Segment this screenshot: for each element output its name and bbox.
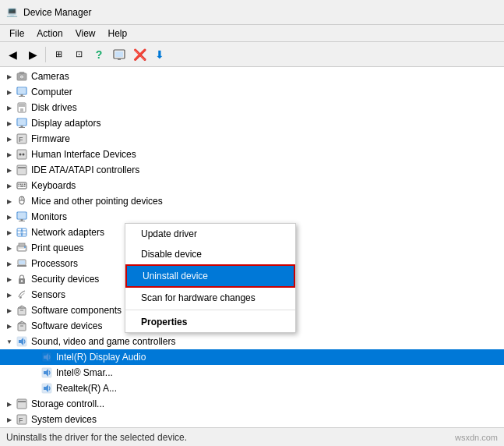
- svg-rect-45: [19, 249, 25, 250]
- expand-arrow-mice[interactable]: [3, 195, 16, 207]
- expand-arrow-hid[interactable]: [3, 148, 16, 161]
- tree-item-monitors[interactable]: Monitors: [0, 209, 504, 225]
- svg-rect-38: [21, 219, 23, 221]
- expand-arrow-intel-display[interactable]: [28, 351, 41, 363]
- expand-arrow-storage[interactable]: [3, 398, 16, 410]
- tree-item-hid[interactable]: Human Interface Devices: [0, 147, 504, 162]
- toolbar-props[interactable]: ⊞: [49, 45, 68, 64]
- item-icon-ide: [16, 164, 28, 176]
- expand-arrow-softwaredevices[interactable]: [3, 320, 16, 332]
- item-label-ide: IDE ATA/ATAPI controllers: [31, 165, 139, 175]
- tree-item-storage[interactable]: Storage controll...: [0, 396, 504, 412]
- svg-rect-6: [19, 73, 24, 74]
- context-menu-item-scan-changes[interactable]: Scan for hardware changes: [125, 288, 295, 308]
- menu-file[interactable]: File: [3, 27, 30, 41]
- svg-point-21: [19, 154, 22, 156]
- main-content: CamerasComputerDisk drivesDisplay adapto…: [0, 67, 504, 427]
- svg-rect-24: [18, 167, 26, 168]
- svg-text:F: F: [19, 136, 23, 143]
- item-icon-firmware: F: [16, 133, 28, 145]
- expand-arrow-systemdevices[interactable]: [3, 413, 16, 426]
- toolbar-back[interactable]: ◀: [3, 45, 22, 64]
- tree-item-ide[interactable]: IDE ATA/ATAPI controllers: [0, 162, 504, 178]
- toolbar-uninstall[interactable]: ❌: [130, 45, 149, 64]
- item-icon-print: [16, 242, 28, 254]
- menu-view[interactable]: View: [69, 27, 102, 41]
- item-label-print: Print queues: [31, 242, 83, 253]
- expand-arrow-processors[interactable]: [3, 257, 16, 270]
- toolbar-update[interactable]: ⊡: [69, 45, 88, 64]
- item-icon-intel-display: [41, 351, 53, 363]
- svg-point-22: [23, 154, 25, 156]
- status-text: Uninstalls the driver for the selected d…: [6, 432, 187, 443]
- item-icon-sound: [16, 335, 28, 348]
- context-menu-item-uninstall-device[interactable]: Uninstall device: [125, 264, 295, 288]
- expand-arrow-firmware[interactable]: [3, 133, 16, 145]
- tree-item-keyboards[interactable]: Keyboards: [0, 178, 504, 193]
- expand-arrow-computer[interactable]: [3, 86, 16, 98]
- toolbar-scan[interactable]: [110, 45, 129, 64]
- svg-rect-53: [18, 308, 26, 315]
- item-label-realtek: Realtek(R) A...: [56, 383, 117, 394]
- item-label-intel-display: Intel(R) Display Audio: [56, 352, 146, 363]
- tree-item-realtek[interactable]: Realtek(R) A...: [0, 381, 504, 396]
- expand-arrow-sound[interactable]: [3, 335, 16, 348]
- context-menu-item-update-driver[interactable]: Update driver: [125, 224, 295, 244]
- toolbar-download[interactable]: ⬇: [150, 45, 169, 64]
- svg-rect-17: [19, 127, 25, 128]
- svg-rect-12: [19, 104, 25, 107]
- toolbar-help[interactable]: ?: [90, 45, 108, 64]
- context-menu: Update driverDisable deviceUninstall dev…: [125, 223, 296, 333]
- menu-action[interactable]: Action: [30, 27, 69, 41]
- expand-arrow-softwarecomponents[interactable]: [3, 304, 16, 317]
- tree-item-sound[interactable]: Sound, video and game controllers: [0, 334, 504, 349]
- expand-arrow-print[interactable]: [3, 242, 16, 254]
- item-icon-mice: [16, 195, 28, 207]
- svg-rect-13: [20, 108, 23, 112]
- tree-item-cameras[interactable]: Cameras: [0, 69, 504, 84]
- expand-arrow-security[interactable]: [3, 273, 16, 285]
- item-icon-keyboards: [16, 179, 28, 192]
- expand-arrow-keyboards[interactable]: [3, 179, 16, 192]
- tree-item-firmware[interactable]: FFirmware: [0, 131, 504, 147]
- tree-item-intel-display[interactable]: Intel(R) Display Audio: [0, 349, 504, 365]
- item-icon-hid: [16, 148, 28, 161]
- tree-item-mice[interactable]: Mice and other pointing devices: [0, 193, 504, 209]
- expand-arrow-realtek[interactable]: [28, 382, 41, 395]
- context-menu-item-disable-device[interactable]: Disable device: [125, 244, 295, 264]
- expand-arrow-intel-smart[interactable]: [28, 366, 41, 379]
- tree-item-computer[interactable]: Computer: [0, 84, 504, 100]
- expand-arrow-disk[interactable]: [3, 101, 16, 114]
- item-icon-disk: [16, 101, 28, 114]
- item-label-keyboards: Keyboards: [31, 180, 76, 191]
- item-icon-sensors: [16, 288, 28, 301]
- tree-item-disk[interactable]: Disk drives: [0, 100, 504, 115]
- expand-arrow-network[interactable]: [3, 226, 16, 239]
- svg-rect-49: [17, 265, 26, 267]
- context-menu-item-properties[interactable]: Properties: [125, 312, 295, 332]
- svg-rect-15: [18, 119, 26, 125]
- item-icon-display: [16, 117, 28, 129]
- svg-rect-48: [19, 260, 25, 264]
- menu-help[interactable]: Help: [102, 27, 134, 41]
- item-label-cameras: Cameras: [31, 71, 69, 82]
- item-label-network: Network adapters: [31, 227, 104, 238]
- item-label-intel-smart: Intel® Smar...: [56, 367, 113, 378]
- expand-arrow-display[interactable]: [3, 117, 16, 129]
- tree-item-systemdevices[interactable]: FSystem devices: [0, 412, 504, 427]
- expand-arrow-sensors[interactable]: [3, 288, 16, 301]
- item-label-sound: Sound, video and game controllers: [31, 336, 175, 347]
- item-label-hid: Human Interface Devices: [31, 149, 136, 160]
- svg-rect-26: [19, 184, 20, 186]
- item-label-softwarecomponents: Software components: [31, 305, 122, 316]
- toolbar-forward[interactable]: ▶: [23, 45, 42, 64]
- tree-item-intel-smart[interactable]: Intel® Smar...: [0, 365, 504, 381]
- expand-arrow-cameras[interactable]: [3, 70, 16, 83]
- title-bar: 💻 Device Manager: [0, 0, 504, 25]
- item-label-security: Security devices: [31, 274, 99, 285]
- expand-arrow-ide[interactable]: [3, 164, 16, 176]
- tree-item-display[interactable]: Display adaptors: [0, 115, 504, 131]
- item-icon-softwarecomponents: [16, 304, 28, 317]
- expand-arrow-monitors[interactable]: [3, 211, 16, 223]
- item-icon-realtek: [41, 382, 53, 395]
